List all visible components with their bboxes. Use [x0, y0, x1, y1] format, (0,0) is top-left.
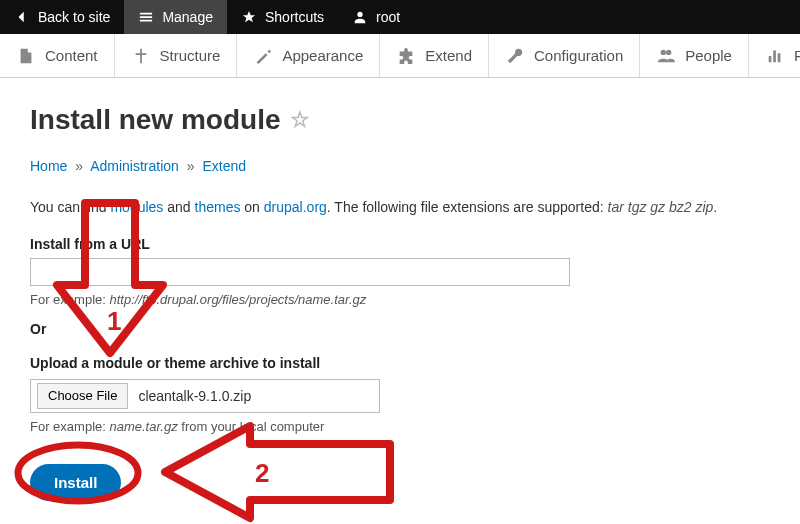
tab-people[interactable]: People	[640, 34, 749, 77]
tab-content[interactable]: Content	[0, 34, 115, 77]
url-hint: For example: http://ftp.drupal.org/files…	[30, 292, 770, 307]
tab-appearance-label: Appearance	[282, 47, 363, 64]
file-upload-box: Choose File cleantalk-9.1.0.zip	[30, 379, 380, 413]
tab-appearance[interactable]: Appearance	[237, 34, 380, 77]
wrench-icon	[505, 46, 525, 66]
breadcrumb: Home » Administration » Extend	[30, 158, 770, 174]
chosen-file-name: cleantalk-9.1.0.zip	[134, 388, 251, 404]
back-to-site-button[interactable]: Back to site	[0, 0, 124, 34]
admin-menu: Content Structure Appearance Extend Conf…	[0, 34, 800, 78]
page-content: Install new module ☆ Home » Administrati…	[0, 78, 800, 501]
manage-button[interactable]: Manage	[124, 0, 227, 34]
tab-structure[interactable]: Structure	[115, 34, 238, 77]
or-separator: Or	[30, 321, 770, 337]
breadcrumb-home[interactable]: Home	[30, 158, 67, 174]
url-label: Install from a URL	[30, 236, 770, 252]
page-title: Install new module	[30, 104, 280, 136]
link-modules[interactable]: modules	[110, 199, 163, 215]
favorite-star-icon[interactable]: ☆	[290, 107, 310, 133]
tab-configuration[interactable]: Configuration	[489, 34, 640, 77]
link-drupal-org[interactable]: drupal.org	[264, 199, 327, 215]
structure-icon	[131, 46, 151, 66]
breadcrumb-sep: »	[183, 158, 199, 174]
breadcrumb-extend[interactable]: Extend	[202, 158, 246, 174]
tab-configuration-label: Configuration	[534, 47, 623, 64]
upload-label: Upload a module or theme archive to inst…	[30, 355, 770, 371]
tab-content-label: Content	[45, 47, 98, 64]
tab-structure-label: Structure	[160, 47, 221, 64]
back-to-site-label: Back to site	[38, 9, 110, 25]
people-icon	[656, 46, 676, 66]
url-input[interactable]	[30, 258, 570, 286]
arrow-left-icon	[14, 9, 30, 25]
bar-chart-icon	[765, 46, 785, 66]
tab-extend[interactable]: Extend	[380, 34, 489, 77]
install-button[interactable]: Install	[30, 464, 121, 501]
supported-extensions: tar tgz gz bz2 zip	[608, 199, 714, 215]
intro-text: You can find modules and themes on drupa…	[30, 198, 770, 218]
breadcrumb-sep: »	[71, 158, 87, 174]
hamburger-icon	[138, 9, 154, 25]
user-menu-button[interactable]: root	[338, 0, 414, 34]
shortcuts-button[interactable]: Shortcuts	[227, 0, 338, 34]
user-name: root	[376, 9, 400, 25]
tab-people-label: People	[685, 47, 732, 64]
user-icon	[352, 9, 368, 25]
wand-icon	[253, 46, 273, 66]
breadcrumb-admin[interactable]: Administration	[90, 158, 179, 174]
star-icon	[241, 9, 257, 25]
tab-extend-label: Extend	[425, 47, 472, 64]
admin-topbar: Back to site Manage Shortcuts root	[0, 0, 800, 34]
puzzle-icon	[396, 46, 416, 66]
upload-hint: For example: name.tar.gz from your local…	[30, 419, 770, 434]
tab-reports[interactable]: Repo	[749, 34, 800, 77]
choose-file-button[interactable]: Choose File	[37, 383, 128, 409]
document-icon	[16, 46, 36, 66]
tab-reports-label: Repo	[794, 47, 800, 64]
shortcuts-label: Shortcuts	[265, 9, 324, 25]
manage-label: Manage	[162, 9, 213, 25]
page-title-row: Install new module ☆	[30, 104, 770, 136]
link-themes[interactable]: themes	[195, 199, 241, 215]
